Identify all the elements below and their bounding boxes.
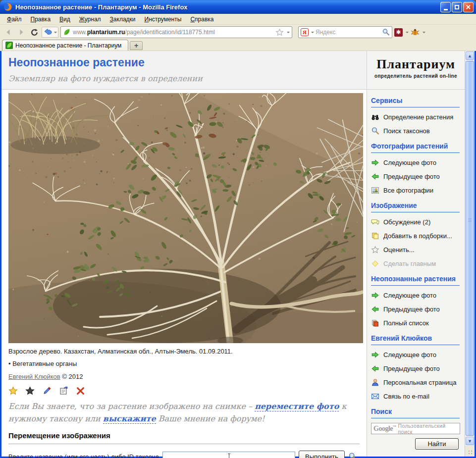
edit-pencil-icon[interactable] xyxy=(42,386,52,396)
menu-item[interactable]: Вид xyxy=(55,15,74,24)
vertical-scrollbar[interactable]: ▲ ▼ xyxy=(465,51,475,457)
sidebar-item-label: Персональная страница xyxy=(383,379,457,386)
photo-caption: Взрослое дерево. Казахстан, Алматинская … xyxy=(8,348,367,355)
favorite-star-icon[interactable] xyxy=(8,386,18,396)
new-tab-button[interactable]: + xyxy=(130,41,143,50)
search-engine-dropdown-icon[interactable] xyxy=(311,32,314,35)
scroll-down-icon[interactable]: ▼ xyxy=(466,437,474,445)
menu-item[interactable]: Правка xyxy=(27,15,55,24)
navigation-toolbar: www.plantarium.ru/page/identification/id… xyxy=(0,25,476,40)
addon-dropdown-icon-2[interactable] xyxy=(423,32,425,35)
plant-photo[interactable] xyxy=(8,93,363,343)
execute-button[interactable]: Выполнить xyxy=(299,451,345,458)
copyright: © 2012 xyxy=(62,373,83,380)
text-cursor xyxy=(229,454,229,458)
google-search-placeholder: Пользовательский поиск xyxy=(398,423,458,435)
sidebar-section: Неопознанные растенияСледующее фотоПреды… xyxy=(367,268,465,327)
menu-item[interactable]: Файл xyxy=(3,15,26,24)
firebug-addon-icon[interactable] xyxy=(411,29,420,36)
sidebar-item[interactable]: Предыдущее фото xyxy=(371,305,465,313)
sidebar-item[interactable]: Полный список xyxy=(371,319,465,327)
tab-bar: Неопознанное растение - Плантариум + xyxy=(0,40,476,51)
sidebar-section-title: Евгений Клюйков xyxy=(371,334,465,342)
chevron-down-icon[interactable] xyxy=(54,32,57,35)
sidebar-item-label: Оценить... xyxy=(383,246,415,254)
rate-star-icon xyxy=(371,246,379,254)
tab-active[interactable]: Неопознанное растение - Плантариум xyxy=(2,40,128,51)
sidebar-item-label: Связь по e-mail xyxy=(383,393,429,400)
sidebar-section: Фотографии растенийСледующее фотоПредыду… xyxy=(367,135,465,195)
search-placeholder: Яндекс xyxy=(316,29,380,36)
delete-x-icon[interactable] xyxy=(76,386,85,396)
sidebar-item-label: Определение растения xyxy=(383,113,453,121)
sidebar-item[interactable]: Предыдущее фото xyxy=(371,172,465,181)
search-taxon-icon[interactable] xyxy=(348,452,357,458)
window-title: Неопознанное растение - Плантариум - Moz… xyxy=(15,3,439,11)
url-text[interactable]: www.plantarium.ru/page/identification/id… xyxy=(73,29,273,36)
photo-organs: • Вегетативные органы xyxy=(8,360,367,367)
properties-icon[interactable] xyxy=(59,386,68,396)
resize-grip[interactable] xyxy=(465,446,475,457)
sidebar-item[interactable]: Предыдущее фото xyxy=(371,364,465,373)
sidebar-item[interactable]: Обсуждение (2) xyxy=(371,218,465,226)
scroll-up-icon[interactable]: ▲ xyxy=(466,51,474,60)
section-rule xyxy=(371,212,460,212)
forum-link[interactable]: выскажите xyxy=(103,414,156,424)
addon-dropdown-icon[interactable] xyxy=(406,32,409,35)
gray-star-icon[interactable] xyxy=(25,386,35,396)
menu-item[interactable]: Справка xyxy=(186,15,217,24)
sidebar-item[interactable]: Связь по e-mail xyxy=(371,392,465,401)
sidebar-item-label: Следующее фото xyxy=(383,351,436,358)
minimize-button[interactable] xyxy=(440,2,451,12)
taxon-input[interactable] xyxy=(162,452,295,458)
find-button[interactable]: Найти xyxy=(415,438,459,450)
url-dropdown-icon[interactable] xyxy=(287,32,290,35)
forward-button[interactable] xyxy=(16,27,27,38)
sidebar-item[interactable]: Оценить... xyxy=(371,246,465,254)
move-form: Введите название (или его часть) либо ID… xyxy=(8,451,367,458)
sidebar-logo[interactable]: Плантариум определитель растений on-line xyxy=(367,51,465,90)
yandex-icon[interactable]: Я xyxy=(301,28,309,36)
bookmark-star-icon[interactable] xyxy=(275,28,284,37)
move-photo-link[interactable]: переместите фото xyxy=(255,402,339,411)
lastpass-addon-icon[interactable]: ✱ xyxy=(394,28,403,37)
tab-title: Неопознанное растение - Плантариум xyxy=(15,42,121,49)
undo-close-button[interactable] xyxy=(42,27,58,38)
sidebar-item-label: Обсуждение (2) xyxy=(383,218,430,226)
hint-text: Если Вы знаете, что за растение изображе… xyxy=(8,401,360,425)
scrollbar-thumb[interactable] xyxy=(466,61,474,436)
sidebar-item[interactable]: Следующее фото xyxy=(371,351,465,359)
sidebar-item[interactable]: Определение растения xyxy=(371,113,465,121)
sidebar-item[interactable]: Все фотографии xyxy=(371,186,465,195)
sidebar-item[interactable]: Персональная страница xyxy=(371,378,465,387)
back-button[interactable] xyxy=(3,27,14,38)
section-rule xyxy=(371,418,460,418)
logo-title: Плантариум xyxy=(367,57,465,72)
menu-item[interactable]: Инструменты xyxy=(141,15,186,24)
full-list-icon xyxy=(371,319,379,327)
search-go-icon[interactable] xyxy=(382,28,390,36)
sidebar-item[interactable]: Следующее фото xyxy=(371,158,465,167)
menu-item[interactable]: Закладки xyxy=(106,15,140,24)
author-link[interactable]: Евгений Клюйков xyxy=(8,373,60,380)
sidebar-item[interactable]: Добавить в подборки... xyxy=(371,232,465,240)
yandex-search-box[interactable]: Я Яндекс xyxy=(298,26,392,38)
sidebar-section-title: Неопознанные растения xyxy=(371,275,465,283)
sidebar-item-label: Поиск таксонов xyxy=(383,127,430,135)
close-button[interactable]: ✕ xyxy=(463,2,474,12)
sidebar-section-title: Поиск xyxy=(371,407,465,415)
title-bar[interactable]: Неопознанное растение - Плантариум - Moz… xyxy=(0,0,476,14)
sidebar-item[interactable]: Поиск таксонов xyxy=(371,127,465,135)
sidebar-item[interactable]: Следующее фото xyxy=(371,291,465,300)
menu-item[interactable]: Журнал xyxy=(75,15,105,24)
sidebar-item-label: Следующее фото xyxy=(383,292,436,299)
sidebar-section: ИзображениеОбсуждение (2)Добавить в подб… xyxy=(367,195,465,268)
section-rule xyxy=(371,107,460,107)
url-bar[interactable]: www.plantarium.ru/page/identification/id… xyxy=(60,26,292,38)
arrow-right-icon xyxy=(371,351,379,359)
thumb-grip xyxy=(468,218,472,222)
main-photo-icon xyxy=(371,259,379,268)
maximize-button[interactable] xyxy=(452,2,462,12)
google-search-input[interactable]: Google™ Пользовательский поиск xyxy=(371,423,460,434)
reload-button[interactable] xyxy=(29,27,40,38)
